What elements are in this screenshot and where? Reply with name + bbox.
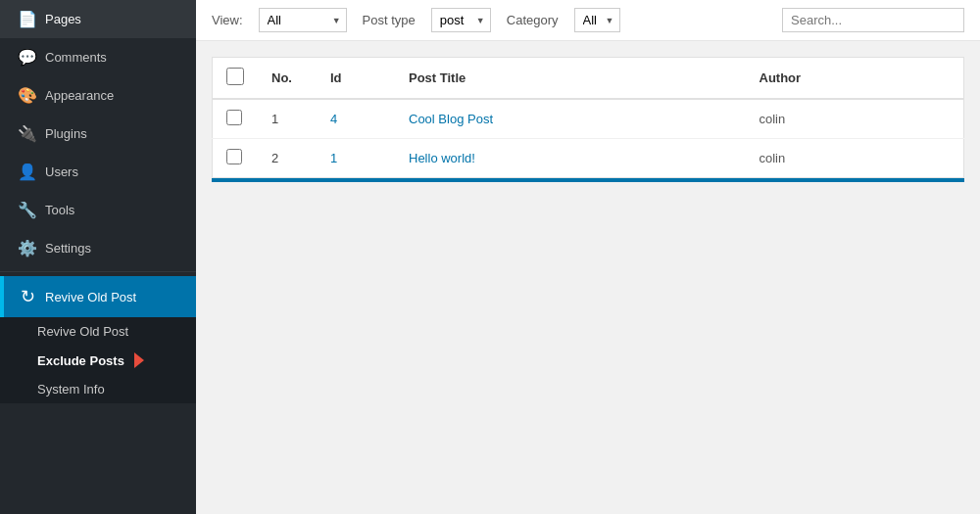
sidebar-label-users: Users [45,164,78,179]
category-label: Category [507,13,559,27]
post-type-select[interactable]: post page [431,8,491,32]
row-no: 1 [258,99,317,139]
table-row: 2 1 Hello world! colin [213,139,964,178]
post-title-link[interactable]: Hello world! [409,151,475,165]
row-id: 1 [317,139,395,178]
sidebar-label-tools: Tools [45,203,74,217]
post-title-link[interactable]: Cool Blog Post [409,112,493,126]
category-select[interactable]: All [574,8,620,32]
sidebar-item-settings[interactable]: ⚙️ Settings [0,229,196,267]
post-type-label: Post type [363,13,416,27]
select-all-checkbox[interactable] [226,68,244,85]
row-post-title: Cool Blog Post [395,99,746,139]
post-type-select-wrapper[interactable]: post page [431,8,491,32]
sidebar-item-pages[interactable]: 📄 Pages [0,0,196,38]
row-checkbox[interactable] [226,149,242,164]
comments-icon: 💬 [18,48,37,67]
row-id: 4 [317,99,395,139]
view-select[interactable]: All Published Draft [259,8,347,32]
view-select-wrapper[interactable]: All Published Draft [259,8,347,32]
toolbar: View: All Published Draft Post type post… [196,0,980,41]
row-post-title: Hello world! [395,139,746,178]
sidebar: 📄 Pages 💬 Comments 🎨 Appearance 🔌 Plugin… [0,0,196,514]
users-icon: 👤 [18,163,37,181]
col-header-author: Author [746,58,964,100]
tools-icon: 🔧 [18,201,37,219]
revive-sub-label-3: System Info [37,382,105,397]
row-no: 2 [258,139,317,178]
table-header-row: No. Id Post Title Author [213,58,964,100]
settings-icon: ⚙️ [18,239,37,257]
sidebar-divider [0,271,196,272]
sidebar-item-appearance[interactable]: 🎨 Appearance [0,76,196,115]
revive-sub-label-2: Exclude Posts [37,353,124,368]
row-checkbox[interactable] [226,110,242,125]
pages-icon: 📄 [18,10,37,28]
appearance-icon: 🎨 [18,86,37,105]
sidebar-item-users[interactable]: 👤 Users [0,153,196,191]
sidebar-item-comments[interactable]: 💬 Comments [0,38,196,76]
table-bottom-border [212,178,964,182]
row-author: colin [746,139,964,178]
sidebar-label-pages: Pages [45,12,81,26]
revive-header[interactable]: ↻ Revive Old Post [0,276,196,317]
sidebar-item-tools[interactable]: 🔧 Tools [0,191,196,229]
sidebar-subitem-revive-old-post[interactable]: Revive Old Post [0,317,196,346]
revive-sub-label-1: Revive Old Post [37,324,128,339]
main-content: View: All Published Draft Post type post… [196,0,980,514]
active-arrow-icon [134,352,144,368]
category-select-wrapper[interactable]: All [574,8,620,32]
sidebar-subitem-exclude-posts[interactable]: Exclude Posts [0,346,196,375]
search-input[interactable] [782,8,964,32]
revive-section: ↻ Revive Old Post Revive Old Post Exclud… [0,276,196,403]
plugins-icon: 🔌 [18,124,37,143]
row-checkbox-cell [213,99,259,139]
col-header-post-title: Post Title [395,58,746,100]
view-label: View: [212,13,243,27]
row-author: colin [746,99,964,139]
col-header-id: Id [317,58,395,100]
sidebar-item-plugins[interactable]: 🔌 Plugins [0,115,196,153]
posts-table: No. Id Post Title Author 1 4 Cool Blog P… [212,57,964,178]
table-row: 1 4 Cool Blog Post colin [213,99,964,139]
revive-icon: ↻ [18,286,37,307]
row-checkbox-cell [213,139,259,178]
sidebar-subitem-system-info[interactable]: System Info [0,375,196,403]
col-header-no: No. [258,58,317,100]
sidebar-label-appearance: Appearance [45,88,114,103]
revive-header-label: Revive Old Post [45,290,136,304]
table-body: 1 4 Cool Blog Post colin 2 1 Hello world… [213,99,964,178]
table-area: No. Id Post Title Author 1 4 Cool Blog P… [196,41,980,514]
sidebar-label-settings: Settings [45,241,91,256]
col-header-checkbox [213,58,259,100]
sidebar-label-plugins: Plugins [45,126,87,141]
sidebar-label-comments: Comments [45,50,107,65]
